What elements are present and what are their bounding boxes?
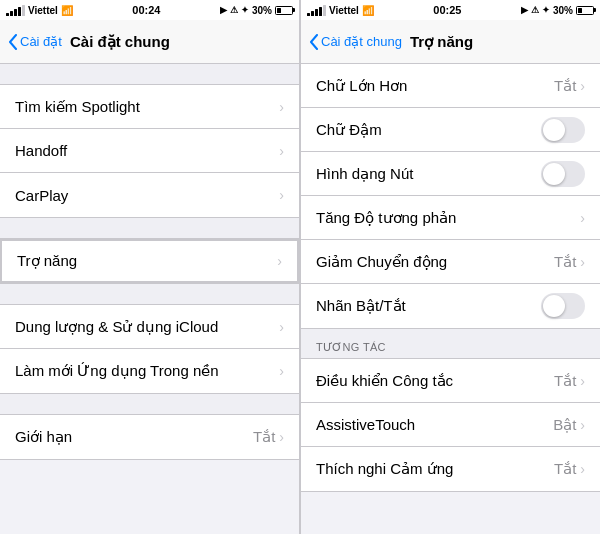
toggle-chu-dam[interactable] — [541, 117, 585, 143]
right-list-content: Chữ Lớn Hơn Tắt › Chữ Đậm Hình dạng Nút — [301, 64, 600, 534]
item-label-carplay: CarPlay — [15, 187, 279, 204]
list-item-gioi-han[interactable]: Giới hạn Tắt › — [0, 415, 299, 459]
gap2 — [0, 218, 299, 238]
nav-bar-right: Cài đặt chung Trợ năng — [301, 20, 600, 64]
item-label-lammoi: Làm mới Ứng dụng Trong nền — [15, 362, 279, 380]
nav-title-right: Trợ năng — [410, 33, 473, 51]
list-item-hinh-dang-nut[interactable]: Hình dạng Nút — [301, 152, 600, 196]
chevron-back-icon-left — [8, 34, 18, 50]
item-label-spotlight: Tìm kiếm Spotlight — [15, 98, 279, 116]
item-label-dieu-khien: Điều khiển Công tắc — [316, 372, 554, 390]
toggle-nhan-bat-tat[interactable] — [541, 293, 585, 319]
wifi-icon: 📶 — [61, 5, 73, 16]
item-value-assistive: Bật — [553, 416, 576, 434]
right-group-1: Chữ Lớn Hơn Tắt › Chữ Đậm Hình dạng Nút — [301, 64, 600, 329]
list-item-tronang[interactable]: Trợ năng › — [0, 239, 299, 283]
gap3 — [0, 284, 299, 304]
chevron-icon-assistive: › — [580, 417, 585, 433]
chevron-icon-chu-lon-hon: › — [580, 78, 585, 94]
status-right-right-side: ▶ ⚠ ✦ 30% — [521, 5, 594, 16]
chevron-icon-lammoi: › — [279, 363, 284, 379]
chevron-icon-gioi-han: › — [279, 429, 284, 445]
status-left: Viettel 📶 — [6, 5, 73, 16]
gps-icon-right: ▶ — [521, 5, 528, 15]
list-item-assistive[interactable]: AssistiveTouch Bật › — [301, 403, 600, 447]
battery-pct-right: 30% — [553, 5, 573, 16]
list-item-chu-dam[interactable]: Chữ Đậm — [301, 108, 600, 152]
left-list-content: Tìm kiếm Spotlight › Handoff › CarPlay ›… — [0, 64, 299, 534]
wifi-icon-right: 📶 — [362, 5, 374, 16]
chevron-icon-dunglieu: › — [279, 319, 284, 335]
time-right: 00:25 — [433, 4, 461, 16]
item-value-dieu-khien: Tắt — [554, 372, 576, 390]
nav-bar-left: Cài đặt Cài đặt chung — [0, 20, 299, 64]
left-group-1: Tìm kiếm Spotlight › Handoff › CarPlay › — [0, 84, 299, 218]
list-item-carplay[interactable]: CarPlay › — [0, 173, 299, 217]
chevron-icon-dieu-khien: › — [580, 373, 585, 389]
item-label-handoff: Handoff — [15, 142, 279, 159]
nav-title-left: Cài đặt chung — [70, 33, 170, 51]
chevron-icon-tronang: › — [277, 253, 282, 269]
signal-icon — [6, 5, 25, 16]
list-item-dieu-khien[interactable]: Điều khiển Công tắc Tắt › — [301, 359, 600, 403]
carrier-left: Viettel — [28, 5, 58, 16]
item-label-gioi-han: Giới hạn — [15, 428, 253, 446]
bt-icon: ✦ — [241, 5, 249, 15]
gap1 — [0, 64, 299, 84]
item-label-assistive: AssistiveTouch — [316, 416, 553, 433]
toggle-knob-nhan-bat-tat — [543, 295, 565, 317]
status-right-left: ▶ ⚠ ✦ 30% — [220, 5, 293, 16]
right-group-2: Điều khiển Công tắc Tắt › AssistiveTouch… — [301, 358, 600, 492]
left-panel: Viettel 📶 00:24 ▶ ⚠ ✦ 30% Cài đặt Cài đặ… — [0, 0, 300, 534]
chevron-icon-handoff: › — [279, 143, 284, 159]
section-header-tuong-tac: TƯƠNG TÁC — [301, 329, 600, 358]
toggle-hinh-dang-nut[interactable] — [541, 161, 585, 187]
list-item-nhan-bat-tat[interactable]: Nhãn Bật/Tắt — [301, 284, 600, 328]
back-label-left: Cài đặt — [20, 34, 62, 49]
item-value-gioi-han: Tắt — [253, 428, 275, 446]
right-panel: Viettel 📶 00:25 ▶ ⚠ ✦ 30% Cài đặt chung … — [300, 0, 600, 534]
item-label-nhan-bat-tat: Nhãn Bật/Tắt — [316, 297, 541, 315]
list-item-handoff[interactable]: Handoff › — [0, 129, 299, 173]
item-value-chu-lon-hon: Tắt — [554, 77, 576, 95]
alarm-icon: ⚠ — [230, 5, 238, 15]
carrier-right: Viettel — [329, 5, 359, 16]
status-right-left-side: Viettel 📶 — [307, 5, 374, 16]
back-button-right[interactable]: Cài đặt chung — [309, 34, 402, 50]
signal-icon-right — [307, 5, 326, 16]
list-item-giam-chuyen-dong[interactable]: Giảm Chuyển động Tắt › — [301, 240, 600, 284]
alarm-icon-right: ⚠ — [531, 5, 539, 15]
gap4 — [0, 394, 299, 414]
chevron-icon-carplay: › — [279, 187, 284, 203]
left-group-2: Trợ năng › — [0, 238, 299, 284]
battery-icon-left — [275, 6, 293, 15]
chevron-back-icon-right — [309, 34, 319, 50]
left-group-4: Giới hạn Tắt › — [0, 414, 299, 460]
item-value-thich-nghi: Tắt — [554, 460, 576, 478]
chevron-icon-giam-chuyen-dong: › — [580, 254, 585, 270]
time-left: 00:24 — [132, 4, 160, 16]
item-value-giam-chuyen-dong: Tắt — [554, 253, 576, 271]
item-label-chu-lon-hon: Chữ Lớn Hơn — [316, 77, 554, 95]
list-item-thich-nghi[interactable]: Thích nghi Cảm ứng Tắt › — [301, 447, 600, 491]
toggle-knob-chu-dam — [543, 119, 565, 141]
item-label-dunglieu: Dung lượng & Sử dụng iCloud — [15, 318, 279, 336]
status-bar-right: Viettel 📶 00:25 ▶ ⚠ ✦ 30% — [301, 0, 600, 20]
toggle-knob-hinh-dang-nut — [543, 163, 565, 185]
list-item-chu-lon-hon[interactable]: Chữ Lớn Hơn Tắt › — [301, 64, 600, 108]
list-item-lammoi[interactable]: Làm mới Ứng dụng Trong nền › — [0, 349, 299, 393]
chevron-icon-spotlight: › — [279, 99, 284, 115]
bt-icon-right: ✦ — [542, 5, 550, 15]
item-label-giam-chuyen-dong: Giảm Chuyển động — [316, 253, 554, 271]
item-label-thich-nghi: Thích nghi Cảm ứng — [316, 460, 554, 478]
item-label-chu-dam: Chữ Đậm — [316, 121, 541, 139]
left-group-3: Dung lượng & Sử dụng iCloud › Làm mới Ứn… — [0, 304, 299, 394]
battery-pct-left: 30% — [252, 5, 272, 16]
list-item-tang-do[interactable]: Tăng Độ tương phản › — [301, 196, 600, 240]
item-label-tang-do: Tăng Độ tương phản — [316, 209, 580, 227]
list-item-dunglieu[interactable]: Dung lượng & Sử dụng iCloud › — [0, 305, 299, 349]
back-button-left[interactable]: Cài đặt — [8, 34, 62, 50]
status-bar-left: Viettel 📶 00:24 ▶ ⚠ ✦ 30% — [0, 0, 299, 20]
back-label-right: Cài đặt chung — [321, 34, 402, 49]
list-item-spotlight[interactable]: Tìm kiếm Spotlight › — [0, 85, 299, 129]
